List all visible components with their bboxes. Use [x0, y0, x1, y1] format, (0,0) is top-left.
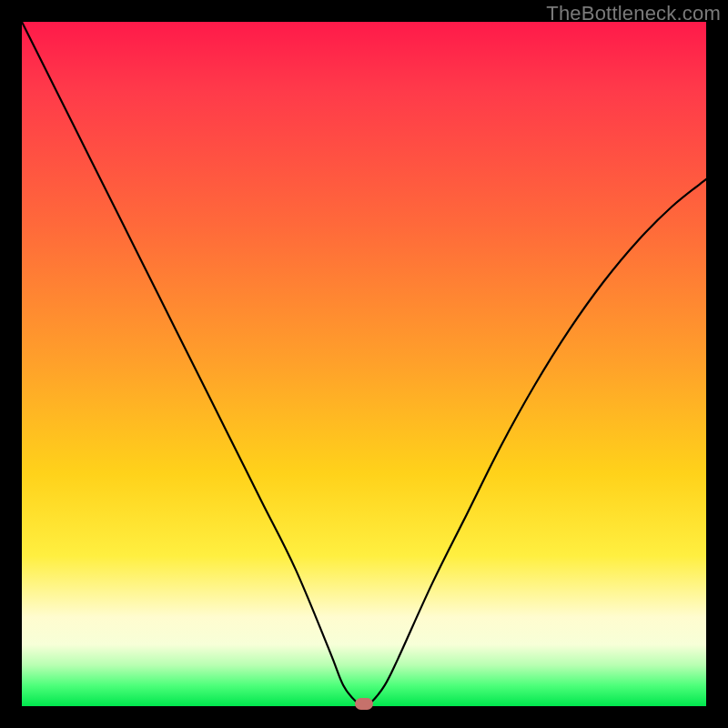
watermark-text: TheBottleneck.com [546, 2, 721, 25]
chart-frame: TheBottleneck.com [0, 0, 728, 728]
bottleneck-curve [22, 22, 706, 706]
minimum-marker [355, 698, 373, 710]
